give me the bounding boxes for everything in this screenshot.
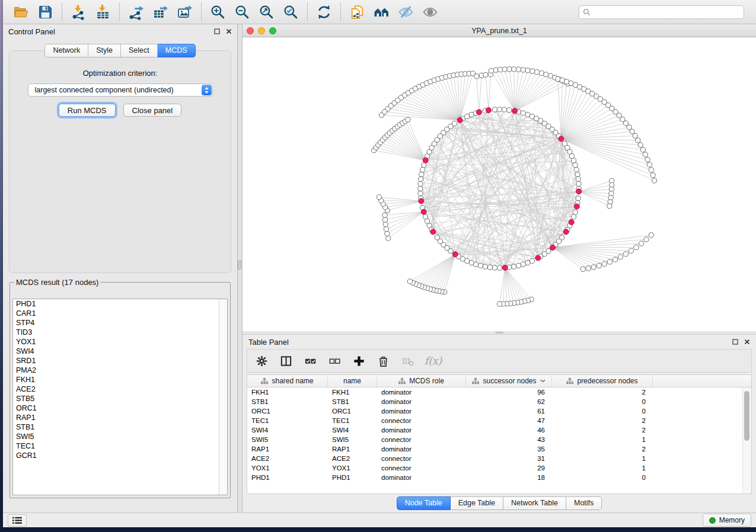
result-node[interactable]: SWI4 — [13, 347, 219, 356]
result-node[interactable]: STP4 — [13, 318, 219, 328]
network-titlebar[interactable]: YPA_prune.txt_1 — [243, 24, 756, 37]
network-graph[interactable] — [243, 37, 756, 331]
tab-style[interactable]: Style — [88, 44, 121, 57]
tab-edge-table[interactable]: Edge Table — [451, 496, 503, 510]
settings-button[interactable] — [254, 354, 269, 368]
table-row[interactable]: ACE2ACE2connector311 — [247, 454, 751, 463]
tab-network[interactable]: Network — [44, 44, 88, 57]
result-node[interactable]: GCR1 — [13, 451, 219, 460]
table-cell: 61 — [466, 406, 552, 416]
search-input[interactable] — [594, 7, 740, 17]
table-row[interactable]: TEC1TEC1connector472 — [247, 416, 751, 425]
task-history-button[interactable] — [8, 514, 27, 527]
table-row[interactable]: SWI4SWI4dominator462 — [247, 425, 751, 435]
optimization-criterion-select[interactable]: largest connected component (undirected) — [28, 84, 213, 97]
table-row[interactable]: ORC1ORC1dominator610 — [247, 406, 751, 416]
result-node[interactable]: TEC1 — [13, 441, 219, 451]
float-panel-icon[interactable] — [732, 339, 738, 345]
table-row[interactable]: RAP1RAP1dominator352 — [247, 444, 751, 454]
result-node[interactable]: PHD1 — [13, 299, 219, 309]
tab-mcds[interactable]: MCDS — [158, 44, 196, 57]
result-node[interactable]: SWI5 — [13, 432, 219, 441]
result-node[interactable]: YOX1 — [13, 337, 219, 347]
close-panel-button[interactable]: Close panel — [123, 104, 182, 117]
node-table: shared namenameMCDS rolesuccessor nodesp… — [247, 374, 752, 494]
close-panel-icon[interactable] — [744, 339, 750, 345]
result-scrollbar[interactable] — [219, 299, 227, 495]
table-scrollbar[interactable] — [742, 387, 751, 493]
table-cell: 2 — [552, 444, 653, 454]
result-node[interactable]: FKH1 — [13, 375, 219, 384]
import-network-button[interactable] — [66, 2, 91, 22]
result-node[interactable]: TID3 — [13, 328, 219, 337]
network-canvas[interactable] — [243, 37, 756, 331]
table-row[interactable]: PHD1PHD1dominator180 — [247, 473, 751, 482]
zoom-selected-button[interactable] — [279, 2, 303, 22]
show-all-button[interactable] — [418, 2, 442, 22]
columns-button[interactable] — [279, 354, 293, 368]
table-row[interactable]: YOX1YOX1connector291 — [247, 463, 751, 473]
export-image-button[interactable] — [173, 2, 197, 22]
result-node[interactable]: PMA2 — [13, 366, 219, 375]
zoom-in-button[interactable] — [206, 2, 230, 22]
result-node[interactable]: ORC1 — [13, 403, 219, 413]
add-button[interactable] — [352, 354, 366, 368]
tab-node-table[interactable]: Node Table — [397, 496, 451, 510]
table-cell: connector — [377, 435, 466, 444]
first-neighbors-button[interactable] — [369, 2, 394, 22]
vertical-splitter[interactable] — [238, 24, 243, 512]
export-table-button[interactable] — [148, 2, 173, 22]
main-area: Control Panel NetworkStyleSelectMCDS Opt… — [3, 24, 756, 512]
splitter-handle[interactable] — [238, 260, 241, 270]
table-cell: ACE2 — [328, 454, 377, 463]
tab-select[interactable]: Select — [121, 44, 158, 57]
result-node[interactable]: ACE2 — [13, 384, 219, 394]
result-node[interactable]: STB5 — [13, 394, 219, 403]
delete-table-button — [400, 354, 414, 368]
table-row[interactable]: STB1STB1dominator620 — [247, 397, 751, 406]
mcds-result-list[interactable]: PHD1CAR1STP4TID3YOX1SWI4SRD1PMA2FKH1ACE2… — [13, 299, 219, 495]
result-node[interactable]: RAP1 — [13, 413, 219, 422]
tab-network-table[interactable]: Network Table — [503, 496, 566, 510]
control-panel-header: Control Panel — [3, 24, 237, 39]
table-row[interactable]: SWI5SWI5connector431 — [247, 435, 751, 444]
column-header-MCDS-role[interactable]: MCDS role — [377, 375, 466, 387]
zoom-fit-button[interactable] — [254, 2, 279, 22]
list-icon — [12, 517, 22, 524]
result-node[interactable]: CAR1 — [13, 309, 219, 318]
zoom-out-button[interactable] — [230, 2, 254, 22]
save-session-button[interactable] — [33, 2, 58, 22]
toolbar-separator — [119, 3, 120, 21]
memory-button[interactable]: Memory — [703, 514, 751, 527]
run-mcds-button[interactable]: Run MCDS — [59, 104, 116, 117]
toolbar-separator — [340, 3, 341, 21]
column-header-name[interactable]: name — [328, 375, 377, 387]
table-cell: 1 — [552, 463, 653, 473]
open-file-button[interactable] — [9, 2, 33, 22]
splitter-handle[interactable] — [495, 332, 503, 334]
column-header-predecessor-nodes[interactable]: predecessor nodes — [552, 375, 653, 387]
clone-network-button[interactable] — [345, 2, 369, 22]
close-window-button[interactable] — [247, 27, 254, 34]
minimize-window-button[interactable] — [258, 27, 265, 34]
column-header-shared-name[interactable]: shared name — [247, 375, 328, 387]
refresh-layout-button[interactable] — [312, 2, 336, 22]
column-header-successor-nodes[interactable]: successor nodes — [466, 375, 552, 387]
float-panel-icon[interactable] — [213, 28, 220, 35]
table-row[interactable]: FKH1FKH1dominator962 — [247, 387, 751, 397]
table-toolbar: f(x) — [247, 349, 752, 373]
select-all-button[interactable] — [303, 354, 317, 368]
tab-motifs[interactable]: Motifs — [566, 496, 602, 510]
result-node[interactable]: STB1 — [13, 422, 219, 432]
hide-selected-button[interactable] — [394, 2, 418, 22]
export-network-button[interactable] — [124, 2, 148, 22]
table-cell: STB1 — [328, 397, 377, 406]
scrollbar-thumb[interactable] — [744, 391, 749, 441]
result-node[interactable]: SRD1 — [13, 356, 219, 366]
horizontal-splitter[interactable] — [243, 331, 756, 335]
close-panel-icon[interactable] — [225, 28, 232, 35]
deselect-all-button[interactable] — [327, 354, 342, 368]
maximize-window-button[interactable] — [269, 27, 276, 34]
import-table-button[interactable] — [91, 2, 115, 22]
delete-button[interactable] — [376, 354, 390, 368]
